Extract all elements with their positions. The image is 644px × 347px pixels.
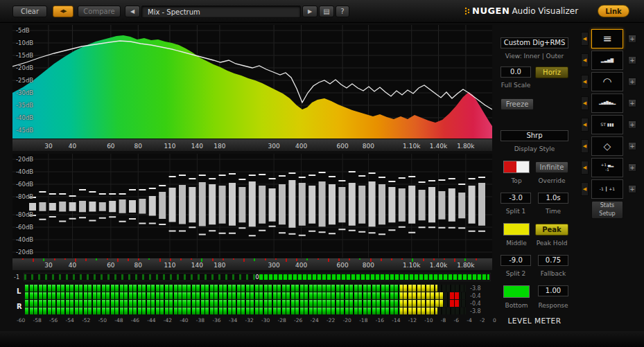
slot-expand-arrow[interactable]: ◀ (581, 118, 589, 132)
override-label: Override (532, 177, 571, 184)
mirror-spectrum-freq-axis: 304060801101401803004006008001.10k1.40k1… (12, 258, 492, 270)
split1-label: Split 1 (498, 208, 534, 215)
plus-minus-one-icon: -1 ┃ +1 (600, 187, 615, 191)
freq-axis-label: 180 (214, 262, 225, 269)
channel-label-right: R (17, 303, 22, 310)
slot-spectrogram-button[interactable]: ≡ (591, 29, 623, 48)
meter-scale-label: -4 (467, 317, 471, 323)
display-slot-row: ◀▂▃▅▇+ (580, 51, 643, 70)
split2-value[interactable]: -9.0 (501, 255, 531, 266)
preset-prev-button[interactable]: ◀ (125, 6, 140, 17)
slot-expand-arrow[interactable]: ◀ (581, 75, 589, 89)
correlation-bars-icon: +1 ▄▂ -1 (599, 163, 616, 172)
freq-axis-label: 1.80k (457, 143, 474, 150)
peak-button[interactable]: Peak (535, 224, 568, 235)
brand-tagline: Audio Visualizer (512, 6, 578, 16)
clip-tick (328, 258, 329, 262)
freeze-button[interactable]: Freeze (501, 98, 534, 110)
middle-color-swatch[interactable] (503, 223, 530, 235)
freq-axis-label: 800 (363, 143, 374, 150)
freq-axis-label: 1.10k (403, 262, 420, 269)
meter-scale-label: -48 (114, 317, 123, 323)
slot-add-button[interactable]: + (628, 142, 636, 150)
channel-label-left: L (17, 287, 21, 295)
db-axis-label: -15dB (16, 52, 33, 59)
slot-spectrum-curve-button[interactable]: ◠ (591, 72, 623, 91)
db-axis-label: -80dB (16, 211, 33, 218)
slot-correlation-history-button[interactable]: +1 ▄▂ -1 (591, 158, 623, 177)
view-mode-toggle[interactable]: View: Inner | Outer (498, 53, 571, 60)
control-panel: Custom Dig+RMS View: Inner | Outer 0.0 H… (498, 25, 573, 327)
bottom-color-swatch[interactable] (503, 285, 530, 298)
top-color-swatch[interactable] (503, 161, 530, 173)
freq-axis-label: 60 (107, 143, 114, 150)
slot-expand-arrow[interactable]: ◀ (581, 53, 589, 67)
spectrum-curve-icon: ◠ (602, 77, 611, 87)
display-style-label: Display Style (498, 145, 571, 152)
link-button[interactable]: Link (598, 5, 629, 17)
preset-menu-button[interactable]: ▤ (319, 6, 334, 17)
preset-next-button[interactable]: ▶ (302, 6, 317, 17)
clip-tick (159, 258, 161, 262)
horiz-button[interactable]: Horiz (535, 66, 568, 78)
slot-add-button[interactable]: + (628, 163, 636, 172)
slot-add-button[interactable]: + (628, 99, 636, 107)
clip-tick (170, 258, 171, 261)
level-meter-bar (25, 308, 466, 314)
slot-add-button[interactable]: + (628, 56, 636, 64)
swap-arrows-button[interactable]: ◀▶ (53, 6, 73, 17)
clip-tick (296, 258, 297, 261)
middle-label: Middle (498, 240, 535, 247)
spectrogram-lines-icon: ≡ (602, 33, 611, 44)
slot-add-button[interactable]: + (628, 35, 636, 43)
response-value[interactable]: 1.00 (538, 285, 568, 296)
full-scale-value[interactable]: 0.0 (501, 66, 531, 78)
input-mode-select[interactable]: Custom Dig+RMS (501, 37, 568, 48)
stats-setup-button[interactable]: Stats Setup (591, 201, 623, 219)
slot-expand-arrow[interactable]: ◀ (581, 32, 589, 46)
display-slots-sidebar: Stats Setup ◀≡+◀▂▃▅▇+◀◠+◀▂▄▆█▆▄▂+◀ST ▮▮▮… (580, 25, 643, 344)
slot-add-button[interactable]: + (628, 185, 636, 193)
level-meter-bar (25, 292, 466, 299)
preset-name-field[interactable]: Mix - Spectrum (141, 6, 301, 18)
clip-tick (254, 258, 255, 261)
meter-readout: -0.4 (470, 301, 481, 308)
clear-button[interactable]: Clear (12, 6, 47, 17)
slot-comb-spectrum-button[interactable]: ▂▄▆█▆▄▂ (591, 94, 623, 113)
slot-expand-arrow[interactable]: ◀ (581, 96, 589, 110)
meter-scale-label: -10 (424, 317, 433, 323)
nugen-visualizer-window: Clear ◀▶ Compare ◀ Mix - Spectrum ▶ ▤ ? … (0, 0, 644, 347)
clip-tick (212, 258, 214, 261)
db-axis-label: -25dB (16, 77, 33, 84)
clip-tick (223, 258, 224, 260)
slot-add-button[interactable]: + (628, 121, 636, 129)
brand-name: NUGEN (472, 6, 510, 16)
freq-axis-label: 40 (69, 143, 76, 150)
time-label: Time (535, 208, 571, 215)
clip-tick (96, 258, 97, 260)
clip-tick (476, 258, 477, 260)
freq-axis-label: 1.10k (403, 143, 420, 150)
compare-button[interactable]: Compare (78, 6, 121, 17)
meter-peak-block (450, 292, 460, 299)
clip-tick (338, 258, 340, 261)
split1-value[interactable]: -3.0 (501, 193, 531, 204)
clip-tick (454, 258, 455, 262)
slot-bar-spectrum-button[interactable]: ▂▃▅▇ (591, 51, 623, 70)
slot-correlation-meter-button[interactable]: -1 ┃ +1 (591, 179, 623, 199)
display-slot-row: ◀◠+ (580, 72, 643, 91)
override-button[interactable]: Infinite (535, 161, 568, 173)
level-meter-title: LEVEL METER (498, 317, 571, 325)
slot-expand-arrow[interactable]: ◀ (581, 161, 589, 175)
slot-add-button[interactable]: + (628, 78, 636, 86)
fallback-value[interactable]: 0.75 (538, 255, 568, 266)
display-style-select[interactable]: Shrp (501, 130, 568, 141)
time-value[interactable]: 1.0s (538, 193, 568, 204)
meter-scale-label: -36 (212, 317, 220, 323)
help-button[interactable]: ? (336, 6, 349, 17)
slot-stereo-spectrum-button[interactable]: ST ▮▮▮ (591, 115, 623, 134)
mirror-spectrum-chart (12, 154, 492, 258)
slot-expand-arrow[interactable]: ◀ (581, 182, 589, 196)
slot-vectorscope-button[interactable]: ◇ (591, 136, 623, 156)
slot-expand-arrow[interactable]: ◀ (581, 139, 589, 153)
